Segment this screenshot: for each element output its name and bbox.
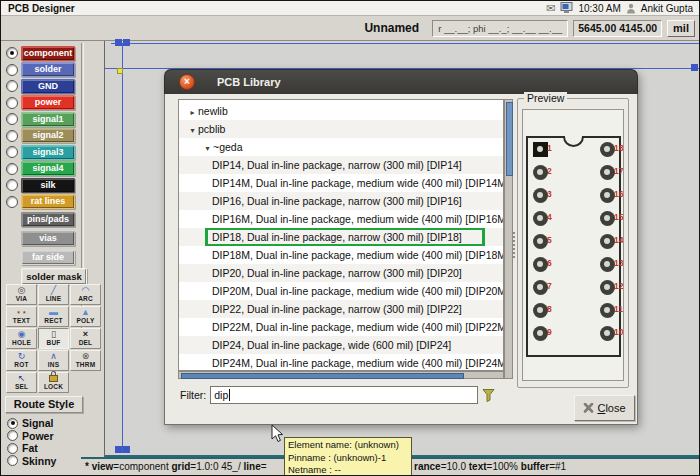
layer-radio-signal4[interactable] — [6, 163, 18, 175]
hole-icon: ◉ — [18, 330, 26, 339]
route-style-button[interactable]: Route Style — [5, 396, 83, 413]
vertical-scrollbar[interactable] — [504, 99, 513, 379]
horizontal-scrollbar[interactable] — [178, 371, 504, 379]
layer-button-solder[interactable]: solder — [21, 62, 75, 77]
layer-radio-power[interactable] — [6, 97, 18, 109]
tool-line[interactable]: ╱LINE — [38, 284, 69, 305]
footprint-item-dip14m[interactable]: DIP14M, Dual in-line package, medium wid… — [179, 174, 503, 192]
clock-time[interactable]: 10:30 AM — [578, 3, 620, 14]
selection-handle[interactable] — [115, 39, 122, 46]
layer-button-solder-mask[interactable]: solder mask — [21, 268, 87, 285]
layer-button-component[interactable]: component — [21, 46, 75, 61]
window-close-icon[interactable]: × — [179, 74, 195, 90]
route-style-radio-fat[interactable] — [7, 443, 18, 454]
footprint-item-dip20m[interactable]: DIP20M, Dual in-line package, medium wid… — [179, 282, 503, 300]
layer-button-far-side[interactable]: far side — [21, 250, 75, 265]
route-style-radio-power[interactable] — [7, 430, 18, 441]
layer-button-signal1[interactable]: signal1 — [21, 112, 75, 127]
filter-input[interactable]: dip — [210, 386, 478, 404]
selection-line-top[interactable] — [111, 43, 699, 44]
footprint-item-dip20[interactable]: DIP20, Dual in-line package, narrow (300… — [179, 264, 503, 282]
footprint-item-dip22m[interactable]: DIP22M, Dual in-line package, medium wid… — [179, 318, 503, 336]
pcb-library-dialog: × PCB Library ▸newlib▾pcblib▾~gedaDIP14,… — [164, 69, 638, 425]
layer-button-vias[interactable]: vias — [21, 231, 75, 246]
tree-expanded-icon[interactable]: ▾ — [187, 122, 198, 138]
tool-label: BUF — [47, 339, 61, 347]
polygon-icon: ▲ — [81, 308, 90, 317]
layer-button-power[interactable]: power — [21, 95, 75, 110]
selection-handle[interactable] — [691, 64, 698, 71]
route-style-radio-skinny[interactable] — [7, 455, 18, 466]
layer-radio-silk[interactable] — [6, 179, 18, 191]
tool-text[interactable]: ⋆⋆TEXT — [6, 306, 37, 327]
layer-button-gnd[interactable]: GND — [21, 79, 75, 94]
tree-node-newlib[interactable]: ▸newlib — [179, 102, 503, 120]
vertical-scrollbar-thumb[interactable] — [506, 102, 513, 176]
user-name[interactable]: Ankit Gupta — [641, 3, 693, 14]
preview-pad-12 — [600, 280, 615, 295]
layer-radio-gnd[interactable] — [6, 80, 18, 92]
route-style-radio-signal[interactable] — [7, 418, 18, 429]
route-style-label: Power — [22, 430, 54, 442]
layer-radio-signal3[interactable] — [6, 146, 18, 158]
selection-anchor-yellow[interactable] — [117, 68, 123, 74]
tree-node-pcblib[interactable]: ▾pcblib — [179, 120, 503, 138]
selection-line-vertical[interactable] — [122, 43, 123, 453]
tree-expanded-icon[interactable]: ▾ — [202, 140, 213, 156]
tree-node-geda[interactable]: ▾~geda — [179, 138, 503, 156]
layer-radio-rat-lines[interactable] — [6, 196, 18, 208]
tool-hole[interactable]: ◉HOLE — [6, 328, 37, 349]
tool-buf[interactable]: ▯BUF — [38, 328, 69, 349]
layer-button-signal4[interactable]: signal4 — [21, 161, 75, 176]
layer-radio-component[interactable] — [6, 47, 18, 59]
dialog-titlebar[interactable]: × PCB Library — [164, 69, 638, 94]
tool-thrm[interactable]: ⊗THRM — [70, 350, 101, 371]
tool-arc[interactable]: ◠ARC — [70, 284, 101, 305]
footprint-item-dip16[interactable]: DIP16, Dual in-line package, narrow (300… — [179, 192, 503, 210]
preview-pin-number-1: 1 — [547, 144, 552, 153]
layer-radio-signal1[interactable] — [6, 113, 18, 125]
computer-icon[interactable] — [560, 2, 573, 14]
layer-button-signal2[interactable]: signal2 — [21, 128, 75, 143]
filter-apply-icon[interactable] — [482, 388, 495, 402]
units-button[interactable]: mil — [667, 20, 695, 37]
close-button-label: Close — [597, 402, 625, 414]
mail-icon[interactable]: ✉ — [546, 3, 555, 13]
tool-lock[interactable]: LOCK — [38, 372, 69, 393]
close-button[interactable]: Close — [574, 395, 635, 421]
layer-button-rat-lines[interactable]: rat lines — [21, 194, 75, 209]
footprint-item-dip24m[interactable]: DIP24M, Dual in-line package, medium wid… — [179, 354, 503, 371]
tool-sel[interactable]: ↖SEL — [6, 372, 37, 393]
layer-radio-signal2[interactable] — [6, 130, 18, 142]
layer-button-silk[interactable]: silk — [21, 178, 75, 193]
layer-button-pins-pads[interactable]: pins/pads — [21, 212, 75, 227]
tool-label: THRM — [76, 361, 96, 369]
footprint-item-dip14[interactable]: DIP14, Dual in-line package, narrow (300… — [179, 156, 503, 174]
layer-button-signal3[interactable]: signal3 — [21, 145, 75, 160]
footprint-item-dip16m[interactable]: DIP16M, Dual in-line package, medium wid… — [179, 210, 503, 228]
footprint-item-dip22[interactable]: DIP22, Dual in-line package, narrow (300… — [179, 300, 503, 318]
horizontal-scrollbar-thumb[interactable] — [181, 373, 464, 379]
route-style-option-power: Power — [5, 430, 83, 443]
layer-row-silk: silk — [3, 177, 87, 194]
pcb-canvas[interactable]: × PCB Library ▸newlib▾pcblib▾~gedaDIP14,… — [105, 41, 699, 457]
close-button-x-icon — [583, 403, 594, 413]
tool-rot[interactable]: ↻ROT — [6, 350, 37, 371]
selection-handle[interactable] — [123, 39, 130, 46]
tool-rect[interactable]: ▬RECT — [38, 306, 69, 327]
footprint-item-dip24[interactable]: DIP24, Dual in-line package, wide (600 m… — [179, 336, 503, 354]
footprint-item-dip18m[interactable]: DIP18M, Dual in-line package, medium wid… — [179, 246, 503, 264]
tool-ins[interactable]: ∧INS — [38, 350, 69, 371]
board-name: Unnamed — [364, 21, 419, 35]
element-tooltip: Element name: (unknown)Pinname : (unknow… — [284, 437, 412, 476]
selection-handle[interactable] — [123, 446, 130, 453]
preview-pad-5 — [533, 234, 548, 249]
layer-radio-solder[interactable] — [6, 64, 18, 76]
tool-via[interactable]: ◎VIA — [6, 284, 37, 305]
route-style-panel: Route Style SignalPowerFatSkinny — [5, 396, 83, 467]
footprint-item-dip18[interactable]: DIP18, Dual in-line package, narrow (300… — [179, 228, 503, 246]
selection-handle[interactable] — [115, 446, 122, 453]
tool-poly[interactable]: ▲POLY — [70, 306, 101, 327]
tool-del[interactable]: ×DEL — [70, 328, 101, 349]
tree-collapsed-icon[interactable]: ▸ — [187, 104, 198, 120]
